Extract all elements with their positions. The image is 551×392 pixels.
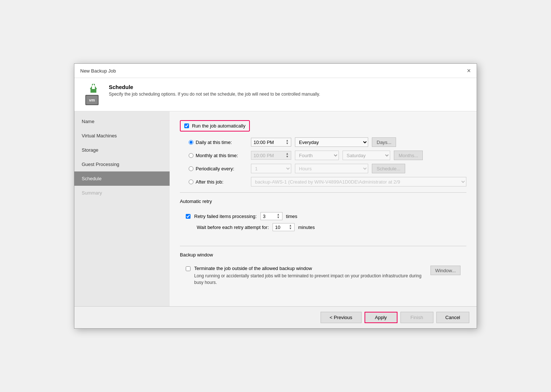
daily-radio-group: Daily at this time: [189,140,247,145]
daily-time-input[interactable]: 10:00 PM ▲ ▼ [251,138,291,147]
separator-2 [180,246,466,246]
backup-window-title: Backup window [180,252,466,258]
header-description: Specify the job scheduling options. If y… [109,92,320,97]
retry-section: Retry failed items processing: 3 ▲ ▼ tim… [180,208,466,238]
sidebar-item-storage[interactable]: Storage [74,143,170,157]
footer: < Previous Apply Finish Cancel [74,306,477,328]
retry-count-value: 3 [263,214,266,219]
header-title: Schedule [109,84,320,90]
daily-time-down[interactable]: ▼ [286,142,289,145]
separator-1 [180,192,466,193]
close-button[interactable]: × [467,67,471,74]
finish-button[interactable]: Finish [400,312,433,323]
schedule-icon: vm [82,84,103,105]
wait-down[interactable]: ▼ [289,227,292,230]
run-auto-label[interactable]: Run the job automatically [192,123,245,129]
main-content: Run the job automatically Daily at this … [170,111,477,306]
monthly-radio[interactable] [189,153,193,158]
periodically-option-row: Periodically every: 1 Hours Minutes Sche… [189,164,466,173]
monthly-time-down: ▼ [286,155,289,158]
wait-value: 10 [275,225,280,230]
sidebar-item-virtual-machines[interactable]: Virtual Machines [74,129,170,143]
run-auto-highlighted-box: Run the job automatically [180,120,250,132]
monthly-time-spinner: ▲ ▼ [286,152,289,158]
title-bar-left: New Backup Job [80,68,116,74]
periodically-label[interactable]: Periodically every: [196,166,234,171]
monthly-time-input: 10:00 PM ▲ ▼ [251,151,291,160]
automatic-retry-section: Automatic retry Retry failed items proce… [180,199,466,238]
monthly-time-value: 10:00 PM [254,153,274,158]
terminate-row: Terminate the job outside of the allowed… [186,266,427,286]
previous-button[interactable]: < Previous [321,312,362,323]
after-job-radio-group: After this job: [189,179,247,185]
retry-count-down[interactable]: ▼ [277,216,280,219]
arrow-down-icon [87,84,100,96]
retry-count-input[interactable]: 3 ▲ ▼ [260,212,282,220]
sidebar: Name Virtual Machines Storage Guest Proc… [74,111,170,306]
after-job-radio[interactable] [189,180,193,184]
svg-marker-0 [90,84,97,89]
backup-window-section: Backup window Terminate the job outside … [180,252,466,290]
monthly-radio-group: Monthly at this time: [189,153,247,158]
daily-time-value: 10:00 PM [254,140,274,145]
window-row: Terminate the job outside of the allowed… [186,266,461,286]
header-text: Schedule Specify the job scheduling opti… [109,84,320,97]
wait-row: Wait before each retry attempt for: 10 ▲… [186,223,461,231]
dialog-title: New Backup Job [80,68,116,74]
terminate-label[interactable]: Terminate the job outside of the allowed… [194,266,312,271]
sidebar-item-summary: Summary [74,186,170,200]
after-job-label[interactable]: After this job: [196,179,223,185]
wait-spinner: ▲ ▼ [289,224,292,230]
retry-unit: times [286,214,297,219]
periodically-value-dropdown: 1 [251,164,291,173]
cancel-button[interactable]: Cancel [436,312,469,323]
periodically-radio-group: Periodically every: [189,166,247,171]
daily-radio[interactable] [189,140,193,145]
wait-label: Wait before each retry attempt for: [197,225,269,230]
window-section: Terminate the job outside of the allowed… [180,261,466,290]
vm-label: vm [89,98,95,102]
periodically-unit-dropdown: Hours Minutes [295,164,368,173]
window-button[interactable]: Window... [430,266,461,275]
sidebar-item-name[interactable]: Name [74,114,170,129]
retry-checkbox[interactable] [186,214,191,219]
schedule-button: Schedule... [372,164,405,173]
daily-label[interactable]: Daily at this time: [196,140,232,145]
monthly-week-dropdown: Fourth First Second Third Last [295,151,339,160]
monthly-day-dropdown: Saturday Sunday Monday Tuesday Wednesday… [343,151,390,160]
retry-row: Retry failed items processing: 3 ▲ ▼ tim… [186,212,461,220]
schedule-options: Daily at this time: 10:00 PM ▲ ▼ Everyda… [180,137,466,186]
sidebar-item-guest-processing[interactable]: Guest Processing [74,157,170,171]
automatic-retry-title: Automatic retry [180,199,466,204]
daily-frequency-dropdown[interactable]: Everyday Weekdays Weekends [295,137,368,147]
wait-value-input[interactable]: 10 ▲ ▼ [273,223,295,231]
window-description: Long running or accidentally started job… [194,273,427,286]
apply-button[interactable]: Apply [365,312,397,323]
after-job-option-row: After this job: backup-AWS-1 (Created by… [189,177,466,186]
terminate-checkbox[interactable] [186,266,191,271]
window-left: Terminate the job outside of the allowed… [186,266,427,286]
daily-option-row: Daily at this time: 10:00 PM ▲ ▼ Everyda… [189,137,466,147]
body: Name Virtual Machines Storage Guest Proc… [74,111,477,306]
run-auto-checkbox[interactable] [184,123,189,128]
window-text: Terminate the job outside of the allowed… [194,266,427,286]
monthly-option-row: Monthly at this time: 10:00 PM ▲ ▼ Fourt… [189,151,466,160]
title-bar: New Backup Job × [74,64,477,78]
periodically-radio[interactable] [189,166,193,171]
retry-count-spinner: ▲ ▼ [277,213,280,219]
days-button[interactable]: Days... [372,137,396,147]
months-button: Months... [394,151,423,160]
retry-label[interactable]: Retry failed items processing: [194,214,257,219]
after-job-dropdown: backup-AWS-1 (Created by WIN-V4899A1D0DE… [251,177,466,186]
svg-rect-1 [90,89,96,93]
vm-box-icon: vm [85,95,99,105]
sidebar-item-schedule[interactable]: Schedule [74,171,170,186]
wait-unit: minutes [298,225,315,230]
daily-time-spinner: ▲ ▼ [286,139,289,145]
monthly-label[interactable]: Monthly at this time: [196,153,238,158]
header-section: vm Schedule Specify the job scheduling o… [74,78,477,111]
run-auto-row: Run the job automatically [180,120,466,132]
new-backup-job-dialog: New Backup Job × vm Schedule Specify the… [74,63,477,329]
